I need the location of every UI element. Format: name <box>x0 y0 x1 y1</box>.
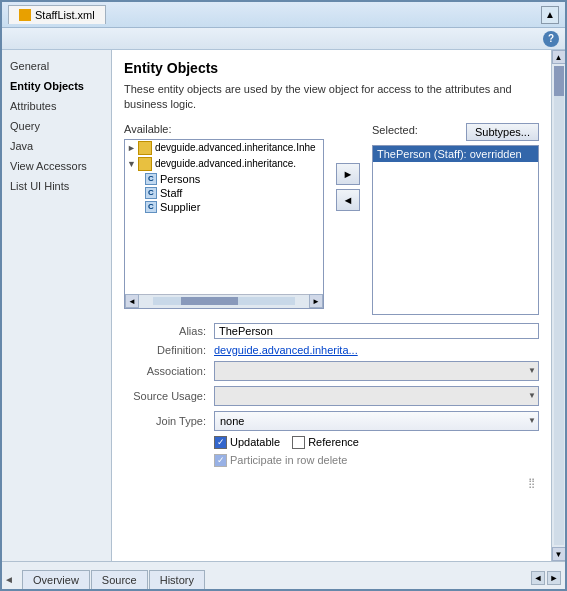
help-bar: ? <box>2 28 565 50</box>
bottom-scroll-left[interactable]: ◄ <box>531 571 545 585</box>
association-select[interactable]: ▼ <box>214 361 539 381</box>
checkboxes-row: Updatable Reference <box>124 436 539 449</box>
file-icon <box>19 9 31 21</box>
bottom-right-controls: ◄ ► <box>531 571 561 585</box>
remove-button[interactable]: ◄ <box>336 189 360 211</box>
horizontal-scrollbar[interactable]: ◄ ► <box>125 294 323 308</box>
scroll-thumb <box>181 297 238 305</box>
participate-label: Participate in row delete <box>230 454 347 466</box>
tree-item-label: Staff <box>160 187 182 199</box>
definition-link[interactable]: devguide.advanced.inherita... <box>214 344 358 356</box>
selected-list[interactable]: ThePerson (Staff): overridden <box>372 145 539 315</box>
bottom-tab-bar: ◄ Overview Source History ◄ ► <box>2 561 565 589</box>
title-bar: StaffList.xml ▲ <box>2 2 565 28</box>
alias-input[interactable] <box>214 323 539 339</box>
remove-arrow-icon: ◄ <box>343 194 354 206</box>
join-type-select[interactable]: none ▼ <box>214 411 539 431</box>
tree-item-label: Persons <box>160 173 200 185</box>
reference-label: Reference <box>308 436 359 448</box>
transfer-buttons: ► ◄ <box>332 123 364 211</box>
join-type-row: Join Type: none ▼ <box>124 411 539 431</box>
select-arrow-icon: ▼ <box>528 391 536 400</box>
title-tab-label: StaffList.xml <box>35 9 95 21</box>
select-arrow-icon: ▼ <box>528 366 536 375</box>
tab-source[interactable]: Source <box>91 570 148 589</box>
join-type-text: none <box>217 415 528 427</box>
list-item[interactable]: ► devguide.advanced.inheritance.Inhe <box>125 140 323 156</box>
source-usage-select[interactable]: ▼ <box>214 386 539 406</box>
title-tab[interactable]: StaffList.xml <box>8 5 106 24</box>
checkboxes-area: Updatable Reference <box>214 436 539 449</box>
sidebar: General Entity Objects Attributes Query … <box>2 50 112 561</box>
tree-arrow-icon: ▼ <box>127 159 136 169</box>
subtypes-button[interactable]: Subtypes... <box>466 123 539 141</box>
list-item[interactable]: C Supplier <box>125 200 323 214</box>
scroll-thumb <box>554 66 564 96</box>
sidebar-item-view-accessors[interactable]: View Accessors <box>2 156 111 176</box>
scroll-down-button[interactable]: ▼ <box>552 547 566 561</box>
alias-label: Alias: <box>124 325 214 337</box>
sidebar-item-java[interactable]: Java <box>2 136 111 156</box>
association-row: Association: ▼ <box>124 361 539 381</box>
selected-header: Selected: Subtypes... <box>372 123 539 141</box>
content-area: Entity Objects These entity objects are … <box>112 50 551 561</box>
selected-item-label: ThePerson (Staff): overridden <box>377 148 522 160</box>
updatable-label: Updatable <box>230 436 280 448</box>
scroll-up-button[interactable]: ▲ <box>552 50 566 64</box>
vertical-scrollbar[interactable]: ▲ ▼ <box>551 50 565 561</box>
sidebar-item-attributes[interactable]: Attributes <box>2 96 111 116</box>
list-item[interactable]: C Staff <box>125 186 323 200</box>
properties-area: Alias: Definition: devguide.advanced.inh… <box>124 323 539 467</box>
list-item[interactable]: C Persons <box>125 172 323 186</box>
sidebar-item-entity-objects[interactable]: Entity Objects <box>2 76 111 96</box>
help-icon: ? <box>548 33 554 44</box>
participate-checkbox[interactable] <box>214 454 227 467</box>
expand-button[interactable]: ▲ <box>541 6 559 24</box>
list-item[interactable]: ThePerson (Staff): overridden <box>373 146 538 162</box>
add-button[interactable]: ► <box>336 163 360 185</box>
list-item[interactable]: ▼ devguide.advanced.inheritance. <box>125 156 323 172</box>
available-tree[interactable]: ► devguide.advanced.inheritance.Inhe ▼ d… <box>124 139 324 309</box>
source-usage-label: Source Usage: <box>124 390 214 402</box>
resize-grip-icon[interactable]: ⣿ <box>528 477 535 488</box>
available-label: Available: <box>124 123 324 135</box>
source-usage-row: Source Usage: ▼ <box>124 386 539 406</box>
tree-arrow-icon: ► <box>127 143 136 153</box>
updatable-checkbox-item[interactable]: Updatable <box>214 436 280 449</box>
updatable-checkbox[interactable] <box>214 436 227 449</box>
tree-item-label: devguide.advanced.inheritance. <box>155 158 296 169</box>
expand-icon: ▲ <box>545 9 555 20</box>
alias-row: Alias: <box>124 323 539 339</box>
participate-row: Participate in row delete <box>124 454 539 467</box>
scroll-track <box>554 66 564 545</box>
tab-nav-left[interactable]: ◄ <box>4 574 14 585</box>
tab-overview[interactable]: Overview <box>22 570 90 589</box>
help-button[interactable]: ? <box>543 31 559 47</box>
bottom-scroll-right[interactable]: ► <box>547 571 561 585</box>
select-arrow-icon: ▼ <box>528 416 536 425</box>
add-arrow-icon: ► <box>343 168 354 180</box>
resize-area: ⣿ <box>124 472 539 488</box>
participate-checkbox-item[interactable]: Participate in row delete <box>214 454 539 467</box>
join-type-label: Join Type: <box>124 415 214 427</box>
sidebar-item-query[interactable]: Query <box>2 116 111 136</box>
content-description: These entity objects are used by the vie… <box>124 82 539 113</box>
participate-area: Participate in row delete <box>214 454 539 467</box>
definition-label: Definition: <box>124 344 214 356</box>
sidebar-item-list-ui-hints[interactable]: List UI Hints <box>2 176 111 196</box>
sidebar-item-general[interactable]: General <box>2 56 111 76</box>
available-panel: Available: ► devguide.advanced.inheritan… <box>124 123 324 309</box>
scroll-right-button[interactable]: ► <box>309 294 323 308</box>
selected-label: Selected: <box>372 124 418 136</box>
toolbar-right: ▲ <box>541 6 559 24</box>
page-title: Entity Objects <box>124 60 539 76</box>
reference-checkbox[interactable] <box>292 436 305 449</box>
definition-row: Definition: devguide.advanced.inherita..… <box>124 344 539 356</box>
class-icon: C <box>145 201 157 213</box>
association-value: ▼ <box>214 361 539 381</box>
class-icon: C <box>145 187 157 199</box>
association-label: Association: <box>124 365 214 377</box>
reference-checkbox-item[interactable]: Reference <box>292 436 359 449</box>
tab-history[interactable]: History <box>149 570 205 589</box>
scroll-left-button[interactable]: ◄ <box>125 294 139 308</box>
